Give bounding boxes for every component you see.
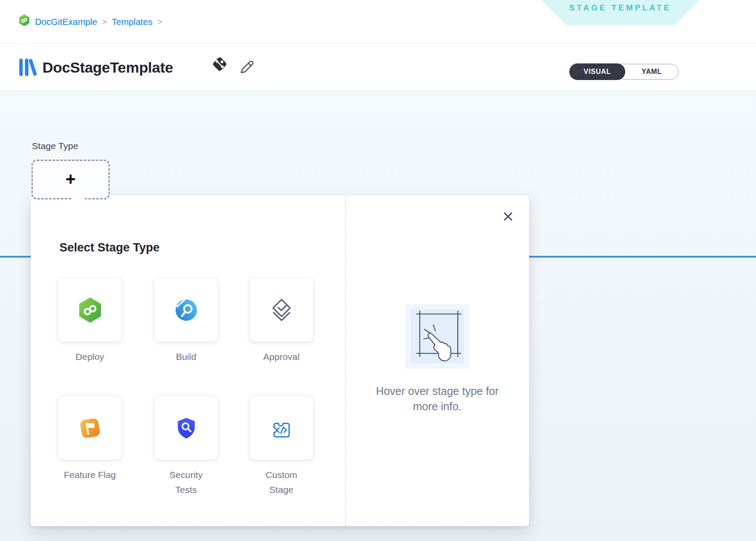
stage-template-badge: STAGE TEMPLATE (541, 0, 699, 25)
security-tests-card-box (154, 396, 218, 460)
breadcrumb-separator-icon: > (102, 17, 107, 27)
stage-card-label: Approval (254, 349, 309, 364)
stage-card-label: Feature Flag (63, 468, 117, 482)
stage-template-badge-label: STAGE TEMPLATE (569, 3, 671, 25)
harness-project-icon (18, 14, 30, 26)
approval-card-box (250, 278, 313, 342)
stage-card-build[interactable]: Build (154, 278, 218, 364)
breadcrumb: DocGitExample > Templates > (35, 0, 162, 44)
plus-icon: + (66, 170, 76, 188)
deploy-card-box (58, 278, 122, 342)
stage-card-label: Deploy (63, 349, 117, 364)
breadcrumb-project-link[interactable]: DocGitExample (35, 17, 97, 27)
stage-card-label: Build (159, 349, 213, 364)
approval-icon (268, 297, 295, 324)
breadcrumb-separator-icon: > (157, 17, 162, 27)
add-stage-button[interactable]: + (31, 160, 110, 199)
stage-card-deploy[interactable]: Deploy (58, 278, 122, 364)
page-title: DocStageTemplate (42, 59, 173, 76)
git-sync-icon (209, 53, 231, 75)
build-card-box (154, 278, 218, 342)
deploy-icon (77, 297, 103, 323)
stage-card-feature-flag[interactable]: Feature Flag (58, 396, 122, 482)
hover-info-hint: Hover over stage type for more info. (365, 384, 509, 414)
stage-card-security-tests[interactable]: Security Tests (154, 396, 218, 497)
feature-flag-card-box (58, 396, 122, 460)
toggle-yaml-button[interactable]: YAML (625, 64, 678, 79)
stage-type-label: Stage Type (32, 141, 78, 151)
stage-card-label: Security Tests (159, 468, 213, 497)
template-library-icon (17, 56, 38, 78)
stage-card-custom-stage[interactable]: Custom Stage (250, 396, 313, 497)
select-stage-type-popover: Select Stage Type Deploy (31, 195, 529, 526)
toggle-visual-button[interactable]: VISUAL (569, 63, 625, 80)
feature-flag-icon (77, 415, 103, 441)
edit-title-icon[interactable] (237, 58, 256, 77)
custom-stage-card-box (250, 396, 313, 460)
stage-card-approval[interactable]: Approval (250, 278, 313, 364)
hover-info-illustration (405, 304, 469, 369)
build-icon (174, 297, 199, 323)
security-tests-icon (174, 416, 198, 440)
popover-title: Select Stage Type (59, 241, 160, 255)
close-icon[interactable] (502, 210, 514, 223)
custom-stage-icon (269, 415, 294, 441)
breadcrumb-templates-link[interactable]: Templates (112, 17, 153, 27)
app-window: DocGitExample > Templates > STAGE TEMPLA… (0, 0, 756, 541)
visual-yaml-toggle: VISUAL YAML (570, 64, 679, 80)
popover-divider (345, 195, 346, 526)
stage-card-label: Custom Stage (254, 468, 309, 497)
